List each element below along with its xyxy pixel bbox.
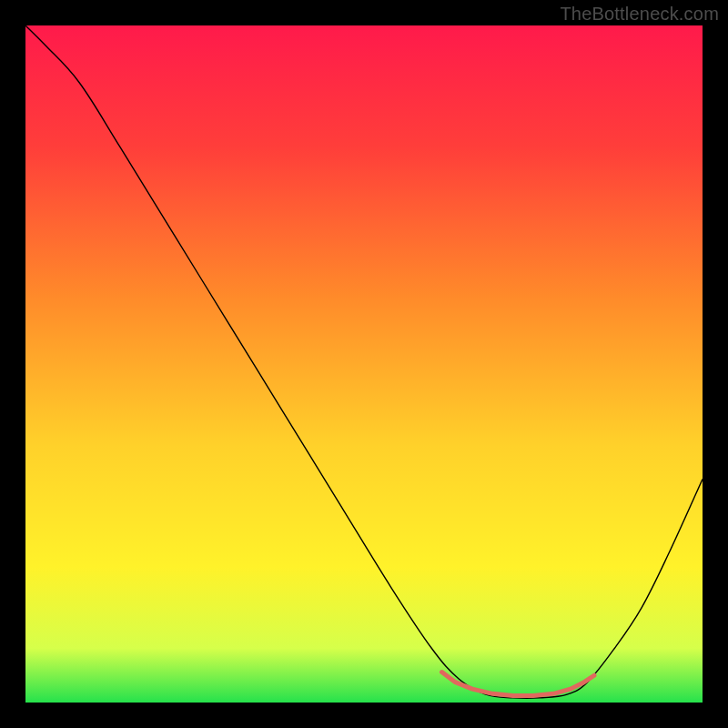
watermark-text: TheBottleneck.com [560, 4, 719, 25]
chart-container: TheBottleneck.com [0, 0, 728, 728]
chart-svg [25, 25, 703, 703]
gradient-background [25, 25, 703, 703]
plot-area [25, 25, 703, 703]
